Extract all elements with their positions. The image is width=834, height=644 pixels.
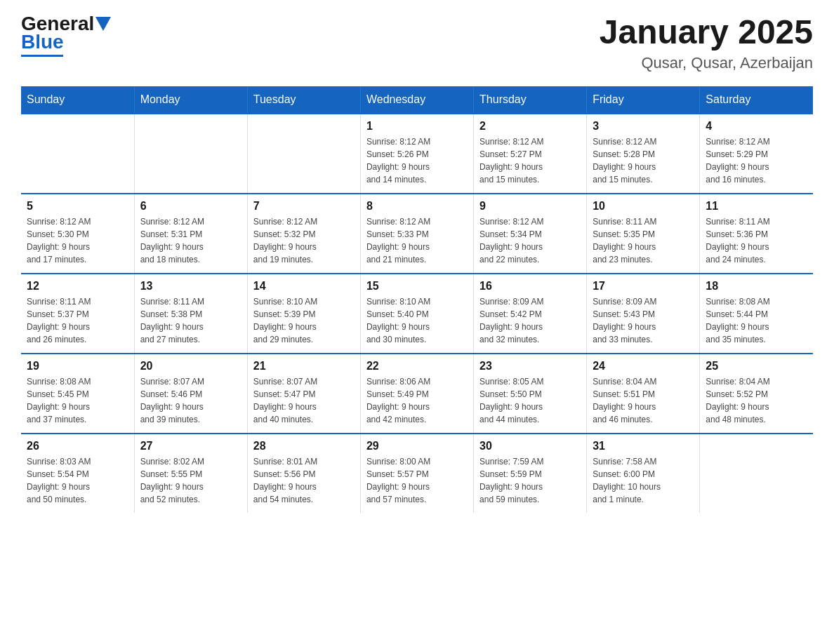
- day-number: 9: [479, 200, 581, 213]
- day-number: 29: [366, 440, 468, 452]
- calendar-day-cell: 15Sunrise: 8:10 AM Sunset: 5:40 PM Dayli…: [360, 274, 473, 354]
- calendar-day-cell: 23Sunrise: 8:05 AM Sunset: 5:50 PM Dayli…: [474, 354, 587, 434]
- calendar-day-cell: 11Sunrise: 8:11 AM Sunset: 5:36 PM Dayli…: [700, 194, 813, 274]
- day-number: 8: [366, 200, 468, 213]
- weekday-friday: Friday: [587, 86, 700, 114]
- calendar-day-cell: 25Sunrise: 8:04 AM Sunset: 5:52 PM Dayli…: [700, 354, 813, 434]
- day-number: 17: [593, 280, 694, 293]
- calendar-day-cell: 12Sunrise: 8:11 AM Sunset: 5:37 PM Dayli…: [21, 274, 134, 354]
- logo: General Blue: [21, 14, 111, 57]
- day-info: Sunrise: 8:11 AM Sunset: 5:38 PM Dayligh…: [140, 295, 241, 346]
- weekday-monday: Monday: [134, 86, 247, 114]
- svg-marker-0: [95, 17, 111, 31]
- day-number: 26: [27, 440, 128, 452]
- logo-blue-text: Blue: [21, 32, 64, 52]
- calendar-week-row: 19Sunrise: 8:08 AM Sunset: 5:45 PM Dayli…: [21, 354, 813, 434]
- day-info: Sunrise: 8:09 AM Sunset: 5:42 PM Dayligh…: [479, 295, 581, 346]
- day-number: 23: [479, 360, 581, 373]
- day-info: Sunrise: 8:04 AM Sunset: 5:51 PM Dayligh…: [593, 375, 694, 426]
- day-info: Sunrise: 8:11 AM Sunset: 5:35 PM Dayligh…: [593, 215, 694, 266]
- day-number: 28: [253, 440, 355, 452]
- calendar-day-cell: [247, 114, 360, 194]
- weekday-saturday: Saturday: [700, 86, 813, 114]
- calendar-day-cell: 7Sunrise: 8:12 AM Sunset: 5:32 PM Daylig…: [247, 194, 360, 274]
- day-number: 4: [706, 120, 807, 133]
- day-number: 11: [706, 200, 807, 213]
- calendar-table: SundayMondayTuesdayWednesdayThursdayFrid…: [21, 86, 813, 513]
- calendar-day-cell: [21, 114, 134, 194]
- calendar-day-cell: 14Sunrise: 8:10 AM Sunset: 5:39 PM Dayli…: [247, 274, 360, 354]
- calendar-day-cell: 24Sunrise: 8:04 AM Sunset: 5:51 PM Dayli…: [587, 354, 700, 434]
- day-info: Sunrise: 8:08 AM Sunset: 5:44 PM Dayligh…: [706, 295, 807, 346]
- calendar-day-cell: 30Sunrise: 7:59 AM Sunset: 5:59 PM Dayli…: [474, 434, 587, 513]
- day-info: Sunrise: 8:06 AM Sunset: 5:49 PM Dayligh…: [366, 375, 468, 426]
- calendar-day-cell: 13Sunrise: 8:11 AM Sunset: 5:38 PM Dayli…: [134, 274, 247, 354]
- calendar-header: SundayMondayTuesdayWednesdayThursdayFrid…: [21, 86, 813, 114]
- weekday-sunday: Sunday: [21, 86, 134, 114]
- day-number: 30: [479, 440, 581, 452]
- calendar-day-cell: 26Sunrise: 8:03 AM Sunset: 5:54 PM Dayli…: [21, 434, 134, 513]
- day-info: Sunrise: 8:10 AM Sunset: 5:40 PM Dayligh…: [366, 295, 468, 346]
- calendar-day-cell: 4Sunrise: 8:12 AM Sunset: 5:29 PM Daylig…: [700, 114, 813, 194]
- day-number: 21: [253, 360, 355, 373]
- calendar-day-cell: 8Sunrise: 8:12 AM Sunset: 5:33 PM Daylig…: [360, 194, 473, 274]
- calendar-day-cell: 20Sunrise: 8:07 AM Sunset: 5:46 PM Dayli…: [134, 354, 247, 434]
- day-number: 1: [366, 120, 468, 133]
- day-number: 15: [366, 280, 468, 293]
- day-info: Sunrise: 8:03 AM Sunset: 5:54 PM Dayligh…: [27, 455, 128, 506]
- day-info: Sunrise: 7:59 AM Sunset: 5:59 PM Dayligh…: [479, 455, 581, 506]
- day-info: Sunrise: 8:12 AM Sunset: 5:28 PM Dayligh…: [593, 135, 694, 186]
- day-number: 10: [593, 200, 694, 213]
- day-number: 12: [27, 280, 128, 293]
- calendar-subtitle: Qusar, Qusar, Azerbaijan: [600, 54, 813, 72]
- title-block: January 2025 Qusar, Qusar, Azerbaijan: [600, 14, 813, 72]
- calendar-day-cell: 2Sunrise: 8:12 AM Sunset: 5:27 PM Daylig…: [474, 114, 587, 194]
- calendar-day-cell: 17Sunrise: 8:09 AM Sunset: 5:43 PM Dayli…: [587, 274, 700, 354]
- day-info: Sunrise: 8:02 AM Sunset: 5:55 PM Dayligh…: [140, 455, 241, 506]
- day-info: Sunrise: 8:11 AM Sunset: 5:37 PM Dayligh…: [27, 295, 128, 346]
- day-info: Sunrise: 8:07 AM Sunset: 5:47 PM Dayligh…: [253, 375, 355, 426]
- day-number: 16: [479, 280, 581, 293]
- day-number: 6: [140, 200, 241, 213]
- day-info: Sunrise: 8:12 AM Sunset: 5:26 PM Dayligh…: [366, 135, 468, 186]
- calendar-week-row: 12Sunrise: 8:11 AM Sunset: 5:37 PM Dayli…: [21, 274, 813, 354]
- day-info: Sunrise: 8:01 AM Sunset: 5:56 PM Dayligh…: [253, 455, 355, 506]
- weekday-header-row: SundayMondayTuesdayWednesdayThursdayFrid…: [21, 86, 813, 114]
- day-number: 27: [140, 440, 241, 452]
- day-number: 2: [479, 120, 581, 133]
- calendar-day-cell: 9Sunrise: 8:12 AM Sunset: 5:34 PM Daylig…: [474, 194, 587, 274]
- logo-triangle-icon: [95, 17, 111, 31]
- day-info: Sunrise: 8:12 AM Sunset: 5:34 PM Dayligh…: [479, 215, 581, 266]
- day-info: Sunrise: 8:12 AM Sunset: 5:33 PM Dayligh…: [366, 215, 468, 266]
- calendar-day-cell: 5Sunrise: 8:12 AM Sunset: 5:30 PM Daylig…: [21, 194, 134, 274]
- day-number: 14: [253, 280, 355, 293]
- calendar-day-cell: 21Sunrise: 8:07 AM Sunset: 5:47 PM Dayli…: [247, 354, 360, 434]
- day-number: 24: [593, 360, 694, 373]
- day-number: 7: [253, 200, 355, 213]
- day-info: Sunrise: 8:05 AM Sunset: 5:50 PM Dayligh…: [479, 375, 581, 426]
- day-info: Sunrise: 8:12 AM Sunset: 5:30 PM Dayligh…: [27, 215, 128, 266]
- day-info: Sunrise: 7:58 AM Sunset: 6:00 PM Dayligh…: [593, 455, 694, 506]
- calendar-title: January 2025: [600, 14, 813, 51]
- calendar-day-cell: 19Sunrise: 8:08 AM Sunset: 5:45 PM Dayli…: [21, 354, 134, 434]
- logo-underline: [21, 55, 63, 57]
- weekday-wednesday: Wednesday: [360, 86, 473, 114]
- calendar-day-cell: [134, 114, 247, 194]
- calendar-day-cell: 10Sunrise: 8:11 AM Sunset: 5:35 PM Dayli…: [587, 194, 700, 274]
- calendar-week-row: 5Sunrise: 8:12 AM Sunset: 5:30 PM Daylig…: [21, 194, 813, 274]
- day-info: Sunrise: 8:12 AM Sunset: 5:32 PM Dayligh…: [253, 215, 355, 266]
- weekday-thursday: Thursday: [474, 86, 587, 114]
- day-info: Sunrise: 8:08 AM Sunset: 5:45 PM Dayligh…: [27, 375, 128, 426]
- day-info: Sunrise: 8:12 AM Sunset: 5:31 PM Dayligh…: [140, 215, 241, 266]
- page-header: General Blue January 2025 Qusar, Qusar, …: [21, 14, 813, 72]
- day-info: Sunrise: 8:07 AM Sunset: 5:46 PM Dayligh…: [140, 375, 241, 426]
- day-number: 3: [593, 120, 694, 133]
- calendar-day-cell: 22Sunrise: 8:06 AM Sunset: 5:49 PM Dayli…: [360, 354, 473, 434]
- day-number: 5: [27, 200, 128, 213]
- calendar-day-cell: 31Sunrise: 7:58 AM Sunset: 6:00 PM Dayli…: [587, 434, 700, 513]
- day-number: 22: [366, 360, 468, 373]
- calendar-day-cell: 1Sunrise: 8:12 AM Sunset: 5:26 PM Daylig…: [360, 114, 473, 194]
- calendar-day-cell: 6Sunrise: 8:12 AM Sunset: 5:31 PM Daylig…: [134, 194, 247, 274]
- day-number: 31: [593, 440, 694, 452]
- day-info: Sunrise: 8:11 AM Sunset: 5:36 PM Dayligh…: [706, 215, 807, 266]
